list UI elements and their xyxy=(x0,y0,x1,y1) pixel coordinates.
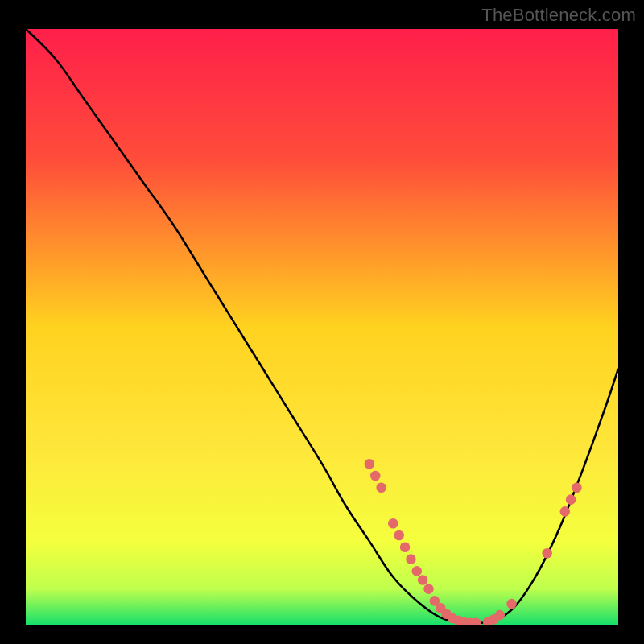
chart-marker xyxy=(560,506,571,517)
chart-marker xyxy=(418,575,428,585)
chart-marker xyxy=(388,518,398,529)
chart-marker xyxy=(495,610,506,621)
chart-marker xyxy=(506,599,517,609)
chart-marker xyxy=(394,530,404,541)
chart-marker xyxy=(566,494,576,505)
chart-marker xyxy=(376,483,386,493)
chart-marker xyxy=(400,543,411,553)
chart-markers xyxy=(365,459,582,625)
chart-curve xyxy=(26,29,618,625)
chart-marker xyxy=(412,566,423,576)
attribution-text: TheBottleneck.com xyxy=(481,5,636,26)
chart-marker xyxy=(423,584,434,594)
chart-marker xyxy=(406,554,416,564)
chart-marker xyxy=(365,459,375,469)
bottleneck-curve-path xyxy=(26,29,618,624)
chart-marker xyxy=(572,483,582,493)
chart-marker xyxy=(542,548,552,559)
chart-marker xyxy=(370,471,381,481)
chart-plot-area xyxy=(26,29,618,625)
